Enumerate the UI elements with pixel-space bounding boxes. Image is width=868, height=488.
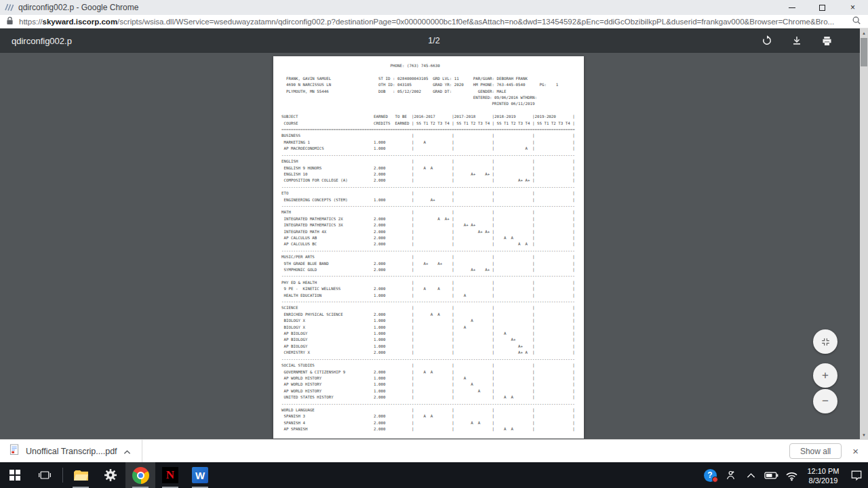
file-explorer-button[interactable] bbox=[66, 462, 96, 488]
download-icon[interactable] bbox=[789, 33, 804, 48]
people-icon bbox=[724, 469, 736, 481]
netflix-icon: N bbox=[162, 467, 178, 483]
people-tray-button[interactable] bbox=[720, 462, 741, 488]
pdf-file-icon bbox=[9, 444, 20, 458]
downloaded-file-chip[interactable]: Unoffical Transcrip....pdf bbox=[0, 440, 142, 462]
settings-button[interactable] bbox=[96, 462, 125, 488]
taskbar-separator bbox=[62, 468, 63, 483]
gear-icon bbox=[104, 468, 117, 482]
battery-tray-button[interactable] bbox=[761, 462, 781, 488]
windows-logo-icon bbox=[9, 470, 20, 481]
action-center-icon bbox=[850, 469, 863, 481]
clock-time: 12:10 PM bbox=[802, 466, 845, 476]
start-button[interactable] bbox=[0, 462, 30, 488]
print-icon[interactable] bbox=[819, 33, 834, 48]
clock-date: 8/3/2019 bbox=[802, 476, 845, 485]
taskbar: N W ? 12:10 PM 8/3/2019 bbox=[0, 462, 868, 488]
fit-to-page-button[interactable] bbox=[813, 329, 837, 354]
scroll-down-arrow-icon[interactable]: ▼ bbox=[860, 430, 868, 439]
zoom-in-button[interactable]: + bbox=[813, 363, 837, 388]
downloaded-file-name[interactable]: Unoffical Transcrip....pdf bbox=[26, 447, 117, 456]
download-bar: Unoffical Transcrip....pdf Show all × bbox=[0, 439, 868, 462]
pdf-page: PHONE: (763) 745-6630 FRANK, GAVIN SAMUE… bbox=[273, 56, 584, 439]
lock-icon[interactable] bbox=[6, 16, 14, 28]
show-all-button[interactable]: Show all bbox=[789, 443, 842, 459]
window-minimize-button[interactable] bbox=[776, 0, 807, 15]
notification-badge bbox=[712, 476, 718, 483]
word-taskbar-button[interactable]: W bbox=[185, 462, 215, 488]
wifi-icon bbox=[785, 470, 798, 481]
address-bar[interactable]: https://skyward.iscorp.com/scripts/wsisa… bbox=[0, 15, 868, 28]
window-title: qdirconfig002.p - Google Chrome bbox=[18, 3, 138, 12]
chevron-up-icon[interactable] bbox=[123, 445, 131, 458]
window-title-bar: qdirconfig002.p - Google Chrome × bbox=[0, 0, 868, 15]
rotate-icon[interactable] bbox=[760, 33, 774, 48]
taskbar-clock[interactable]: 12:10 PM 8/3/2019 bbox=[802, 466, 845, 485]
action-center-button[interactable] bbox=[845, 462, 868, 488]
pdf-page-text: PHONE: (763) 745-6630 FRANK, GAVIN SAMUE… bbox=[273, 56, 584, 439]
site-favicon-icon bbox=[5, 3, 14, 12]
scroll-up-arrow-icon[interactable]: ▲ bbox=[860, 28, 868, 37]
task-view-button[interactable] bbox=[30, 462, 60, 488]
url-text: https://skyward.iscorp.com/scripts/wsisa… bbox=[19, 18, 846, 26]
chevron-up-tray-icon bbox=[747, 472, 755, 479]
window-close-button[interactable]: × bbox=[837, 0, 868, 15]
download-bar-close-icon[interactable]: × bbox=[852, 445, 859, 457]
page-indicator: 1/2 bbox=[0, 36, 868, 45]
folder-icon bbox=[73, 469, 89, 482]
scrollbar-thumb[interactable] bbox=[861, 38, 867, 66]
word-icon: W bbox=[192, 467, 208, 483]
pdf-viewer-area: PHONE: (763) 745-6630 FRANK, GAVIN SAMUE… bbox=[0, 53, 868, 439]
netflix-taskbar-button[interactable]: N bbox=[155, 462, 185, 488]
pdf-toolbar: qdirconfig002.p 1/2 bbox=[0, 28, 868, 53]
help-tray-button[interactable]: ? bbox=[700, 462, 720, 488]
scrollbar[interactable]: ▲ ▼ bbox=[860, 28, 868, 439]
zoom-out-button[interactable]: − bbox=[813, 389, 837, 413]
chrome-taskbar-button[interactable] bbox=[125, 462, 155, 488]
magnifier-icon[interactable] bbox=[852, 16, 861, 28]
battery-icon bbox=[764, 469, 778, 481]
task-view-icon bbox=[38, 469, 52, 481]
chrome-icon bbox=[132, 467, 149, 484]
wifi-tray-button[interactable] bbox=[781, 462, 802, 488]
hidden-icons-button[interactable] bbox=[741, 462, 761, 488]
download-bar-divider bbox=[142, 440, 142, 463]
window-maximize-button[interactable] bbox=[807, 0, 837, 15]
maximize-icon bbox=[819, 5, 825, 11]
minimize-icon bbox=[789, 7, 795, 8]
